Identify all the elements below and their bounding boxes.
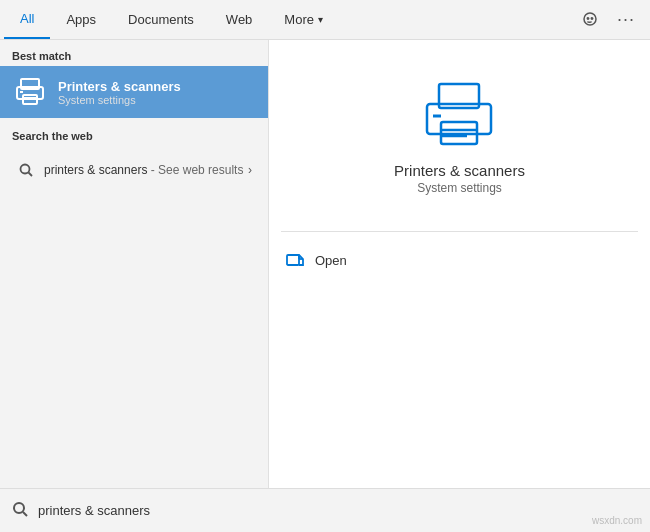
svg-line-9	[29, 173, 33, 177]
divider	[281, 231, 638, 232]
watermark: wsxdn.com	[592, 515, 642, 526]
best-match-title: Printers & scanners	[58, 79, 181, 94]
search-web-label: Search the web	[0, 118, 268, 146]
best-match-subtitle: System settings	[58, 94, 181, 106]
bottom-search-bar	[0, 488, 650, 532]
tab-all[interactable]: All	[4, 0, 50, 39]
tab-apps[interactable]: Apps	[50, 0, 112, 39]
best-match-label: Best match	[0, 40, 268, 66]
right-icon-area: Printers & scanners System settings	[394, 80, 525, 215]
search-web-query-text: printers & scanners - See web results	[44, 163, 248, 177]
nav-action-icons: ···	[574, 4, 646, 36]
svg-line-20	[23, 512, 27, 516]
tab-web-label: Web	[226, 12, 253, 27]
left-panel: Best match Printers & scanners System se…	[0, 40, 268, 488]
tab-all-label: All	[20, 11, 34, 26]
bottom-search-icon	[12, 501, 28, 520]
more-options-button[interactable]: ···	[610, 4, 642, 36]
best-match-item[interactable]: Printers & scanners System settings	[0, 66, 268, 118]
search-web-section: printers & scanners - See web results ›	[0, 146, 268, 194]
search-web-item[interactable]: printers & scanners - See web results ›	[12, 154, 256, 186]
feedback-icon	[582, 12, 598, 28]
svg-point-0	[584, 13, 596, 25]
tab-documents-label: Documents	[128, 12, 194, 27]
best-match-text-block: Printers & scanners System settings	[58, 79, 181, 106]
feedback-button[interactable]	[574, 4, 606, 36]
open-action-label: Open	[315, 253, 347, 268]
nav-tabs: All Apps Documents Web More ▾	[4, 0, 339, 39]
right-panel: Printers & scanners System settings Open	[268, 40, 650, 488]
printer-icon-large	[419, 80, 499, 150]
tab-apps-label: Apps	[66, 12, 96, 27]
search-icon	[16, 160, 36, 180]
chevron-down-icon: ▾	[318, 14, 323, 25]
main-layout: Best match Printers & scanners System se…	[0, 40, 650, 488]
svg-rect-16	[287, 255, 299, 265]
svg-point-2	[591, 17, 592, 18]
open-action-item[interactable]: Open	[269, 244, 650, 276]
tab-documents[interactable]: Documents	[112, 0, 210, 39]
printer-icon-small	[12, 74, 48, 110]
top-nav: All Apps Documents Web More ▾ ···	[0, 0, 650, 40]
open-icon	[285, 250, 305, 270]
tab-more-label: More	[284, 12, 314, 27]
search-input[interactable]	[38, 503, 638, 518]
right-panel-title: Printers & scanners	[394, 162, 525, 179]
tab-web[interactable]: Web	[210, 0, 269, 39]
svg-point-8	[21, 165, 30, 174]
chevron-right-icon: ›	[248, 163, 252, 177]
tab-more[interactable]: More ▾	[268, 0, 339, 39]
right-panel-subtitle: System settings	[417, 181, 502, 195]
ellipsis-icon: ···	[617, 9, 635, 30]
svg-point-1	[587, 17, 588, 18]
svg-point-19	[14, 503, 24, 513]
